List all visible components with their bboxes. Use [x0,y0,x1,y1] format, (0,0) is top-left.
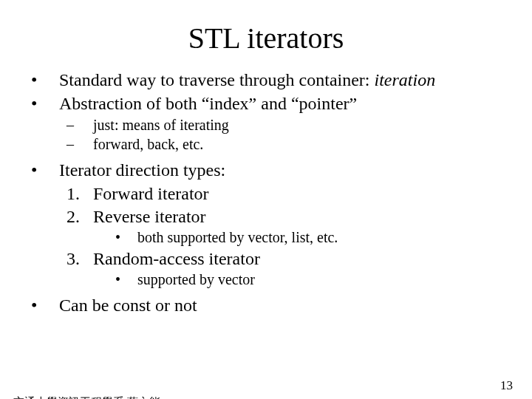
bullet-text: Iterator direction types: [59,159,225,181]
bullet-text: Reverse iterator [93,205,206,228]
numbered-item: 2. Reverse iterator [28,205,510,228]
subbullet-item: – forward, back, etc. [28,135,510,154]
bullet-item: • Abstraction of both “index” and “point… [28,92,510,115]
bullet-text: Abstraction of both “index” and “pointer… [59,92,357,115]
bullet-text: Standard way to traverse through contain… [59,69,435,91]
bullet-text: Can be const or not [59,294,197,316]
slide: STL iterators • Standard way to traverse… [0,21,532,399]
bullet-marker: • [28,294,59,316]
bullet-marker: – [66,116,93,134]
bullet-marker: 2. [66,205,93,228]
bullet-marker: • [28,159,59,181]
bullet-marker: 1. [66,183,93,205]
bullet-marker: • [28,92,59,115]
numbered-item: 1. Forward iterator [28,183,510,205]
subbullet-item: – just: means of iterating [28,116,510,134]
bullet-marker: • [28,69,59,91]
text-part: Standard way to traverse through contain… [59,70,375,89]
bullet-text: forward, back, etc. [93,135,203,154]
numbered-item: 3. Random-access iterator [28,248,510,270]
slide-body: • Standard way to traverse through conta… [0,69,532,316]
bullet-marker: • [115,270,137,289]
text-italic: iteration [375,70,436,89]
subsubbullet-item: • both supported by vector, list, etc. [28,228,510,247]
bullet-marker: • [115,228,137,247]
bullet-text: Random-access iterator [93,248,260,270]
bullet-item: • Can be const or not [28,294,510,316]
bullet-item: • Standard way to traverse through conta… [28,69,510,91]
slide-title: STL iterators [0,21,532,55]
bullet-text: Forward iterator [93,183,209,205]
bullet-text: both supported by vector, list, etc. [137,228,338,247]
footer-text: 交通大學資訊工程學系 蔡文能 [13,395,160,399]
bullet-marker: – [66,135,93,154]
page-number: 13 [500,378,513,393]
subsubbullet-item: • supported by vector [28,270,510,289]
bullet-item: • Iterator direction types: [28,159,510,181]
bullet-text: just: means of iterating [93,116,229,134]
bullet-text: supported by vector [137,270,255,289]
bullet-marker: 3. [66,248,93,270]
